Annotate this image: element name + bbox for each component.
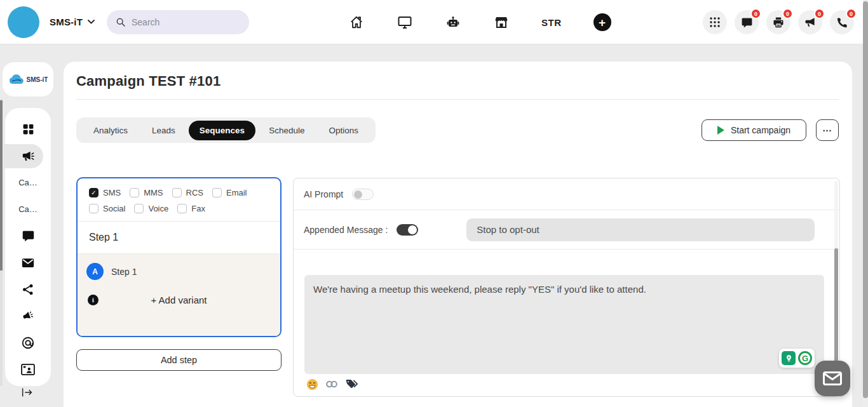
fax-badge: 0 xyxy=(782,8,793,19)
sidebar-expand-button[interactable] xyxy=(19,385,36,400)
chat-launcher-button[interactable] xyxy=(815,361,850,396)
divider xyxy=(76,99,839,100)
sidebar-item-mentions[interactable] xyxy=(20,336,36,350)
expand-arrow-icon xyxy=(20,387,34,397)
sidebar-item-campaigns[interactable] xyxy=(20,149,36,163)
megaphone-icon xyxy=(804,16,817,29)
cloud-logo-icon xyxy=(8,74,25,85)
sequence-step-panel: ✓SMSMMSRCSEmailSocialVoiceFax Step 1 A S… xyxy=(76,177,281,337)
channel-checkbox-social[interactable]: Social xyxy=(89,204,125,213)
sidebar-item-campaign-2[interactable]: Ca… xyxy=(18,202,37,217)
variant-footer: i + Add variant xyxy=(78,295,280,305)
variant-row[interactable]: A Step 1 xyxy=(86,263,271,280)
workspace-dropdown[interactable]: SMS-iT xyxy=(50,17,95,27)
tab-options[interactable]: Options xyxy=(318,121,369,140)
sidebar-item-email[interactable] xyxy=(20,255,36,270)
info-icon[interactable]: i xyxy=(88,295,98,305)
sidebar-item-promotions[interactable] xyxy=(20,309,36,324)
message-textarea[interactable]: We're having a meetup this weekend, plea… xyxy=(304,275,824,374)
apps-grid-button[interactable] xyxy=(703,10,727,34)
at-sign-icon xyxy=(21,336,35,350)
sidebar-item-chat[interactable] xyxy=(20,229,36,243)
channel-checkbox-mms[interactable]: MMS xyxy=(130,188,163,197)
variant-badge: A xyxy=(86,263,104,280)
editor-toolbar xyxy=(306,378,358,390)
step-header: Step 1 xyxy=(78,222,280,254)
search-input[interactable] xyxy=(132,17,227,27)
sidebar-item-social[interactable] xyxy=(20,283,36,297)
link-icon[interactable] xyxy=(325,378,338,390)
add-variant-button[interactable]: + Add variant xyxy=(98,295,259,305)
variant-label: Step 1 xyxy=(111,267,137,277)
grammarly-suggestion-icon[interactable] xyxy=(782,351,796,365)
appended-message-label: Appended Message : xyxy=(304,225,388,235)
checkbox-icon xyxy=(134,204,144,213)
contact-card-icon xyxy=(21,364,35,375)
start-campaign-button[interactable]: Start campaign xyxy=(702,119,806,141)
fax-button[interactable]: 0 xyxy=(766,10,790,34)
add-new-button[interactable]: + xyxy=(593,13,611,31)
emoji-icon[interactable] xyxy=(306,378,318,390)
checkbox-icon xyxy=(212,188,222,197)
start-campaign-label: Start campaign xyxy=(731,125,790,135)
sidebar-item-dashboard[interactable] xyxy=(20,122,36,137)
channel-checkbox-sms[interactable]: ✓SMS xyxy=(89,188,121,197)
toggle-knob xyxy=(408,225,417,234)
user-avatar[interactable] xyxy=(8,6,39,38)
appended-message-toggle[interactable] xyxy=(397,224,418,236)
page-scrollbar-thumb[interactable] xyxy=(863,1,868,398)
channel-label: SMS xyxy=(103,188,121,197)
channel-checkbox-email[interactable]: Email xyxy=(212,188,247,197)
checkbox-icon xyxy=(89,204,98,213)
grammarly-icon[interactable]: G xyxy=(798,351,812,365)
channel-checkbox-rcs[interactable]: RCS xyxy=(172,188,203,197)
brand-label: SMS-iT xyxy=(50,17,83,27)
campaign-tabs: AnalyticsLeadsSequencesScheduleOptions xyxy=(76,117,376,143)
robot-icon[interactable] xyxy=(445,14,461,30)
sidebar-logo[interactable]: SMS-iT xyxy=(3,62,53,97)
tab-schedule[interactable]: Schedule xyxy=(258,121,315,140)
desktop-icon[interactable] xyxy=(397,14,413,30)
checkbox-icon xyxy=(172,188,182,197)
topnav: STR + xyxy=(348,0,611,44)
envelope-icon xyxy=(823,371,842,385)
phone-icon xyxy=(836,17,848,29)
apps-grid-icon xyxy=(709,17,721,28)
calls-button[interactable]: 0 xyxy=(830,10,854,34)
add-step-button[interactable]: Add step xyxy=(76,349,281,371)
sidebar-item-campaign-1[interactable]: Ca… xyxy=(18,175,37,190)
ai-prompt-label: AI Prompt xyxy=(304,189,343,199)
channel-label: MMS xyxy=(144,188,163,197)
broadcast-button[interactable]: 0 xyxy=(798,10,822,34)
tab-leads[interactable]: Leads xyxy=(141,121,186,140)
home-icon[interactable] xyxy=(348,14,365,30)
mail-icon xyxy=(21,256,35,270)
sidebar-scrollbar-thumb[interactable] xyxy=(0,100,3,270)
channel-checkbox-fax[interactable]: Fax xyxy=(177,204,205,213)
tab-analytics[interactable]: Analytics xyxy=(83,121,139,140)
store-icon[interactable] xyxy=(493,14,510,30)
topbar: SMS-iT STR + 0 0 xyxy=(0,0,863,44)
ai-prompt-toggle[interactable] xyxy=(352,189,374,200)
ai-prompt-row: AI Prompt xyxy=(294,178,839,210)
appended-message-row: Appended Message : xyxy=(294,210,839,250)
sidebar: Ca… Ca… xyxy=(5,108,51,386)
page-title: Campaign TEST #101 xyxy=(76,73,220,90)
tab-sequences[interactable]: Sequences xyxy=(189,121,255,140)
str-label[interactable]: STR xyxy=(541,17,562,28)
checkbox-icon xyxy=(130,188,139,197)
sidebar-item-contacts[interactable] xyxy=(20,363,36,377)
channel-label: Voice xyxy=(148,204,168,213)
tag-icon[interactable] xyxy=(345,378,358,390)
calls-badge: 0 xyxy=(846,8,857,19)
toggle-knob xyxy=(354,190,362,199)
page-scrollbar xyxy=(863,0,868,407)
channel-checkbox-voice[interactable]: Voice xyxy=(134,204,168,213)
more-options-button[interactable]: ... xyxy=(816,119,839,141)
channel-label: Social xyxy=(103,204,125,213)
channel-label: Email xyxy=(226,188,247,197)
play-icon xyxy=(717,126,724,135)
appended-message-input[interactable] xyxy=(466,218,815,241)
messages-button[interactable]: 0 xyxy=(735,10,759,34)
chat-bubble-icon xyxy=(22,229,35,243)
